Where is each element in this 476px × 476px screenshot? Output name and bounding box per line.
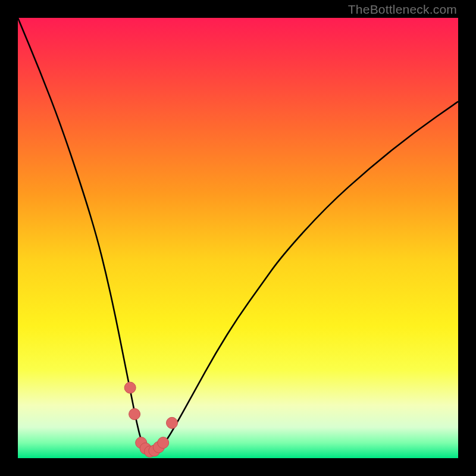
curve-marker — [129, 409, 140, 420]
curve-marker — [167, 417, 178, 428]
curve-marker — [158, 437, 169, 449]
watermark-text: TheBottleneck.com — [348, 2, 457, 17]
curve-markers — [124, 382, 177, 457]
curve-marker — [124, 382, 136, 393]
chart-frame: TheBottleneck.com — [0, 0, 476, 476]
plot-area — [18, 18, 458, 458]
bottleneck-curve — [18, 18, 458, 454]
curve-layer — [18, 18, 458, 458]
